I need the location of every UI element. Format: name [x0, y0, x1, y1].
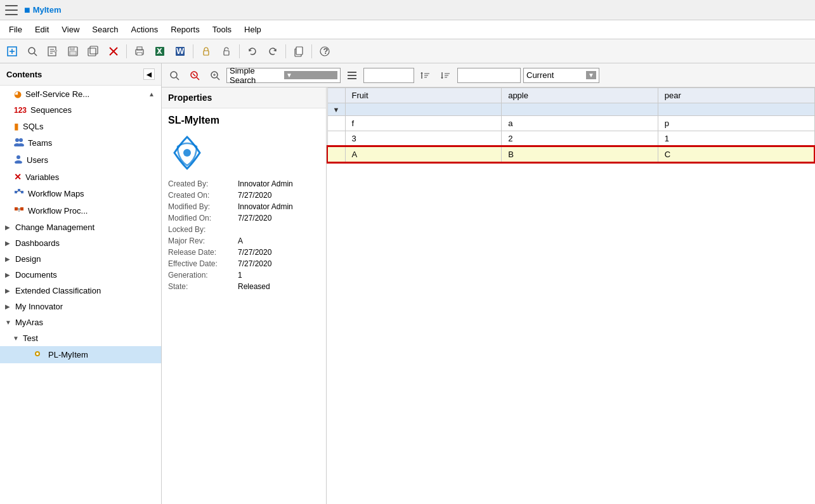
teams-icon [14, 138, 24, 148]
search-clear-button[interactable] [186, 67, 204, 84]
filter-apple[interactable] [502, 103, 658, 116]
copy-button[interactable] [289, 42, 308, 60]
sequences-icon: 123 [14, 106, 27, 115]
sidebar-item-users[interactable]: Users [0, 152, 161, 169]
svg-line-40 [17, 191, 18, 192]
row-selector [327, 116, 345, 131]
menu-file[interactable]: File [3, 22, 29, 37]
sidebar-item-label: Sequences [30, 105, 72, 115]
prop-created-on: Created On: 7/27/2020 [168, 191, 320, 200]
sidebar-item-workflow-proc[interactable]: Workflow Proc... [0, 202, 161, 219]
sidebar-group-extended-classification[interactable]: ▶ Extended Classification [0, 283, 161, 299]
sidebar-item-workflow-maps[interactable]: Workflow Maps [0, 185, 161, 202]
grid-cell[interactable]: a [502, 116, 658, 131]
search-type-dropdown[interactable]: Simple Search ▼ [226, 68, 341, 83]
new-button[interactable] [3, 42, 22, 60]
sidebar-item-label: PL-MyItem [48, 350, 88, 359]
table-row[interactable]: f a p [327, 116, 814, 131]
sidebar-item-sequences[interactable]: 123 Sequences [0, 102, 161, 118]
sidebar-list: ◕ Self-Service Re... ▲ 123 Sequences ▮ S… [0, 86, 161, 504]
search-save-button[interactable] [206, 67, 224, 84]
menu-edit[interactable]: Edit [29, 22, 55, 37]
sidebar-item-label: Variables [25, 172, 59, 182]
sidebar-group-label: Design [15, 254, 41, 264]
sidebar-item-self-service[interactable]: ◕ Self-Service Re... ▲ [0, 86, 161, 102]
grid-cell[interactable]: 2 [502, 131, 658, 147]
toolbar-sep-3 [239, 44, 240, 58]
redo-button[interactable] [263, 42, 282, 60]
print-button[interactable] [130, 42, 149, 60]
sidebar-item-variables[interactable]: ✕ Variables [0, 169, 161, 185]
undo-button[interactable] [243, 42, 262, 60]
sort-asc-button[interactable] [417, 67, 434, 84]
grid-col-apple[interactable]: apple [502, 88, 658, 103]
table-row[interactable]: 3 2 1 [327, 131, 814, 147]
menu-tools[interactable]: Tools [206, 22, 238, 37]
grid-cell[interactable]: C [658, 146, 814, 162]
svg-point-48 [171, 72, 177, 78]
properties-panel: Properties SL-MyItem Created By: Innovat… [162, 87, 327, 504]
menu-actions[interactable]: Actions [125, 22, 165, 37]
word-button[interactable]: W [171, 42, 190, 60]
search-type-label: Simple Search [230, 66, 279, 85]
search-current-dropdown[interactable]: Current ▼ [523, 68, 599, 83]
search-input[interactable] [363, 68, 414, 83]
grid-cell[interactable]: A [345, 146, 502, 162]
search-run-button[interactable] [166, 67, 183, 84]
sidebar-collapse-button[interactable]: ◀ [143, 68, 155, 80]
excel-button[interactable]: X [150, 42, 169, 60]
grid-col-pear[interactable]: pear [658, 88, 814, 103]
prop-value: Innovator Admin [238, 202, 293, 211]
sidebar-title: Contents [6, 70, 42, 79]
table-row-selected[interactable]: A B C [327, 146, 814, 162]
sidebar-item-label: Teams [28, 138, 52, 148]
filter-pear[interactable] [658, 103, 814, 116]
menu-reports[interactable]: Reports [164, 22, 206, 37]
save-copy-button[interactable] [84, 42, 103, 60]
properties-item-title: SL-MyItem [162, 108, 326, 130]
sidebar-group-design[interactable]: ▶ Design [0, 251, 161, 267]
save-button[interactable] [63, 42, 82, 60]
prop-value: 7/27/2020 [238, 191, 271, 200]
grid-cell[interactable]: 1 [658, 131, 814, 147]
grid-cell[interactable]: B [502, 146, 658, 162]
chevron-down-icon: ▼ [5, 319, 13, 326]
sidebar-group-change-management[interactable]: ▶ Change Management [0, 219, 161, 235]
sidebar-item-label: SQLs [23, 122, 44, 131]
prop-value: 7/27/2020 [238, 214, 271, 223]
menu-help[interactable]: Help [238, 22, 268, 37]
edit-button[interactable] [43, 42, 62, 60]
menu-search[interactable]: Search [86, 22, 124, 37]
search-button[interactable] [23, 42, 42, 60]
menu-view[interactable]: View [55, 22, 86, 37]
sidebar-item-teams[interactable]: Teams [0, 134, 161, 152]
filter-apple-input[interactable] [504, 105, 655, 114]
sidebar-group-myaras[interactable]: ▼ MyAras [0, 314, 161, 330]
sidebar-item-pl-myitem[interactable]: PL-MyItem [0, 346, 161, 363]
filter-arrow-icon[interactable]: ▼ [333, 106, 340, 113]
sidebar-group-label: My Innovator [15, 302, 63, 311]
sidebar-group-dashboards[interactable]: ▶ Dashboards [0, 235, 161, 251]
help-toolbar-button[interactable]: ? [315, 42, 334, 60]
filter-fruit[interactable] [345, 103, 502, 116]
prop-value: Innovator Admin [238, 179, 293, 188]
search-filter-input[interactable] [457, 68, 521, 83]
sort-desc-button[interactable] [437, 67, 455, 84]
grid-cell[interactable]: f [345, 116, 502, 131]
sidebar-group-my-innovator[interactable]: ▶ My Innovator [0, 299, 161, 314]
sidebar-group-documents[interactable]: ▶ Documents [0, 267, 161, 283]
delete-button[interactable] [104, 42, 123, 60]
prop-label: State: [168, 282, 238, 291]
svg-rect-11 [70, 47, 74, 50]
view-toggle-button[interactable] [343, 67, 361, 84]
hamburger-menu[interactable] [5, 5, 18, 15]
filter-pear-input[interactable] [661, 105, 812, 114]
grid-cell[interactable]: p [658, 116, 814, 131]
filter-fruit-input[interactable] [348, 105, 499, 114]
grid-cell[interactable]: 3 [345, 131, 502, 147]
sidebar-item-sqls[interactable]: ▮ SQLs [0, 118, 161, 134]
lock-button[interactable] [197, 42, 216, 60]
sidebar-group-test[interactable]: ▼ Test [0, 330, 161, 346]
grid-col-fruit[interactable]: Fruit [345, 88, 502, 103]
unlock-button[interactable] [217, 42, 236, 60]
